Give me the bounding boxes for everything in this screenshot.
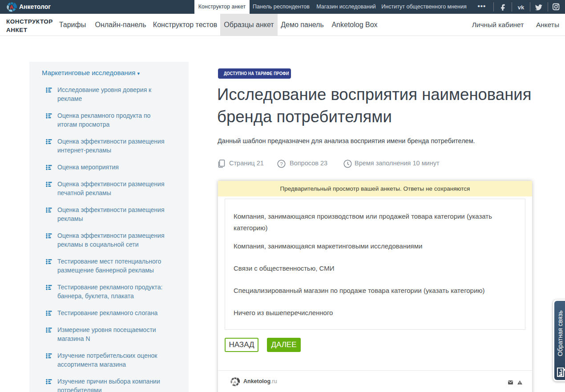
svg-text:?: ? [280, 161, 282, 167]
svg-text:vk: vk [518, 4, 525, 11]
svg-text:A: A [10, 4, 13, 10]
svg-text:A: A [234, 380, 237, 384]
